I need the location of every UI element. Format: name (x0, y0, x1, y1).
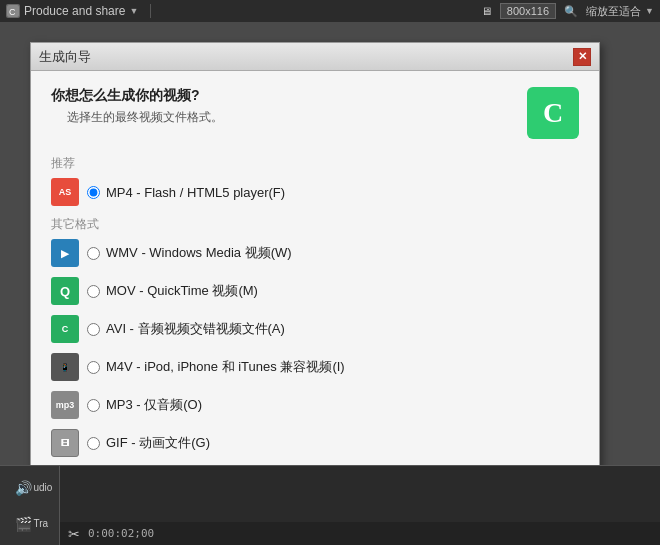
format-icon-wmv: ▶ (51, 239, 79, 267)
generate-wizard-dialog: 生成向导 ✕ 你想怎么生成你的视频? 选择生的最终视频文件格式。 C 推荐 (30, 42, 600, 510)
timeline-controls: ✂ 0:00:02;00 (60, 522, 660, 546)
main-area: 生成向导 ✕ 你想怎么生成你的视频? 选择生的最终视频文件格式。 C 推荐 (0, 22, 660, 545)
format-label-wmv[interactable]: WMV - Windows Media 视频(W) (87, 244, 292, 262)
section-other-label: 其它格式 (51, 216, 579, 233)
resolution-display: 800x116 (500, 3, 556, 19)
svg-text:C: C (9, 7, 16, 17)
format-label-avi[interactable]: AVI - 音频视频交错视频文件(A) (87, 320, 285, 338)
format-radio-mp4[interactable] (87, 186, 100, 199)
timeline-area: 🔊 udio 🎬 Tra ✂ 0:00:02;00 (0, 465, 660, 545)
format-label-mp3[interactable]: MP3 - 仅音频(O) (87, 396, 202, 414)
format-label-m4v[interactable]: M4V - iPod, iPhone 和 iTunes 兼容视频(I) (87, 358, 345, 376)
audio-track-label: 🔊 udio (15, 476, 45, 500)
camtasia-logo: C (527, 87, 579, 139)
format-item-avi[interactable]: C AVI - 音频视频交错视频文件(A) (51, 315, 579, 343)
format-radio-m4v[interactable] (87, 361, 100, 374)
format-icon-gif: 🎞 (51, 429, 79, 457)
produce-share-label: Produce and share (24, 4, 125, 18)
dialog-question: 你想怎么生成你的视频? (51, 87, 223, 105)
time-display: 0:00:02;00 (88, 527, 154, 540)
format-icon-m4v: 📱 (51, 353, 79, 381)
top-toolbar: C Produce and share ▼ 🖥 800x116 🔍 缩放至适合 … (0, 0, 660, 22)
search-icon: 🔍 (564, 5, 578, 18)
format-item-mp4[interactable]: AS MP4 - Flash / HTML5 player(F) (51, 178, 579, 206)
format-icon-mp4: AS (51, 178, 79, 206)
format-item-mov[interactable]: Q MOV - QuickTime 视频(M) (51, 277, 579, 305)
dialog-header: 你想怎么生成你的视频? 选择生的最终视频文件格式。 C (51, 87, 579, 139)
format-item-m4v[interactable]: 📱 M4V - iPod, iPhone 和 iTunes 兼容视频(I) (51, 353, 579, 381)
format-icon-mov: Q (51, 277, 79, 305)
dialog-close-button[interactable]: ✕ (573, 48, 591, 66)
format-radio-wmv[interactable] (87, 247, 100, 260)
dialog-header-text: 你想怎么生成你的视频? 选择生的最终视频文件格式。 (51, 87, 223, 126)
format-radio-mov[interactable] (87, 285, 100, 298)
format-label-mp4[interactable]: MP4 - Flash / HTML5 player(F) (87, 185, 285, 200)
format-label-gif[interactable]: GIF - 动画文件(G) (87, 434, 210, 452)
dialog-subtitle: 选择生的最终视频文件格式。 (67, 109, 223, 126)
toolbar-separator (150, 4, 151, 18)
section-recommend-label: 推荐 (51, 155, 579, 172)
format-item-mp3[interactable]: mp3 MP3 - 仅音频(O) (51, 391, 579, 419)
timeline-tracks: ✂ 0:00:02;00 (60, 466, 660, 546)
zoom-label: 缩放至适合 (586, 4, 641, 19)
dialog-title: 生成向导 (39, 48, 573, 66)
format-label-mov[interactable]: MOV - QuickTime 视频(M) (87, 282, 258, 300)
zoom-control[interactable]: 缩放至适合 ▼ (586, 4, 654, 19)
format-item-gif[interactable]: 🎞 GIF - 动画文件(G) (51, 429, 579, 457)
cut-icon[interactable]: ✂ (68, 526, 80, 542)
video-icon: 🎬 (15, 516, 32, 532)
format-icon-avi: C (51, 315, 79, 343)
app-icon: C (6, 4, 20, 18)
format-radio-gif[interactable] (87, 437, 100, 450)
format-item-wmv[interactable]: ▶ WMV - Windows Media 视频(W) (51, 239, 579, 267)
toolbar-right: 🖥 800x116 🔍 缩放至适合 ▼ (481, 3, 654, 19)
dropdown-arrow[interactable]: ▼ (129, 6, 138, 16)
screen-icon: 🖥 (481, 5, 492, 17)
dialog-titlebar: 生成向导 ✕ (31, 43, 599, 71)
audio-icon: 🔊 (15, 480, 32, 496)
side-panel: 🔊 udio 🎬 Tra (0, 466, 60, 546)
format-radio-mp3[interactable] (87, 399, 100, 412)
zoom-dropdown-arrow[interactable]: ▼ (645, 6, 654, 16)
dialog-body: 你想怎么生成你的视频? 选择生的最终视频文件格式。 C 推荐 AS MP4 - … (31, 71, 599, 509)
produce-share-menu[interactable]: C Produce and share ▼ (6, 4, 138, 18)
video-track-label: 🎬 Tra (15, 512, 45, 536)
format-radio-avi[interactable] (87, 323, 100, 336)
format-icon-mp3: mp3 (51, 391, 79, 419)
